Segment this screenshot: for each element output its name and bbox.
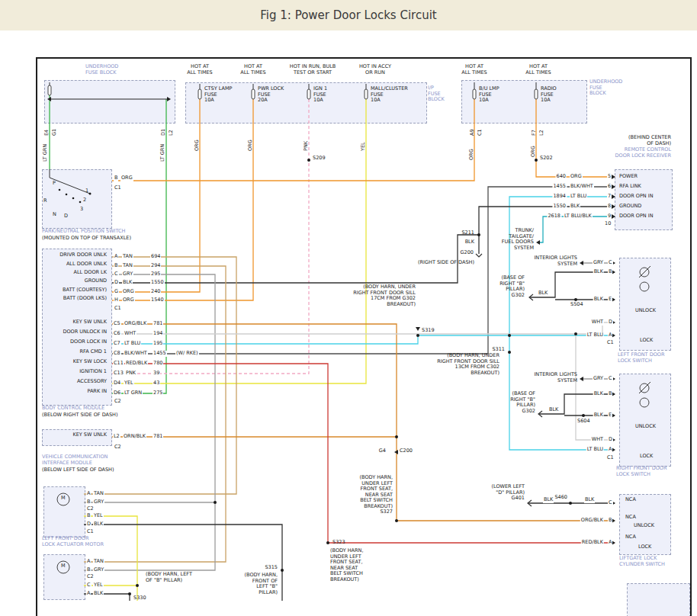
text-label: HOT AT ALL TIMES xyxy=(525,64,551,75)
text-label: 39 xyxy=(153,371,160,377)
text-label: L2 xyxy=(113,434,120,440)
mall-cluster-fuse-label: MALL/CLUSTER FUSE 10A xyxy=(371,86,408,104)
text-label: LT GRN xyxy=(43,144,49,162)
text-label: C1 xyxy=(114,306,121,312)
text-label: L2 xyxy=(539,130,545,136)
text-label: LT BLU xyxy=(586,332,604,338)
text-label: 9 xyxy=(607,213,612,220)
text-label: G4 xyxy=(379,448,386,454)
text-label: A xyxy=(608,447,612,453)
pwr-lock-fuse-label: PWR LOCK FUSE 20A xyxy=(258,86,284,104)
text-label: BLK xyxy=(593,297,604,303)
text-label: A xyxy=(86,591,91,597)
text-label: GROUND xyxy=(85,278,107,284)
underhood-fuse-block-left xyxy=(44,80,175,124)
text-label: RED/BLK xyxy=(581,540,604,546)
text-label: 1550 xyxy=(552,204,567,210)
text-label: LT BLU/BLK xyxy=(564,213,593,220)
text-label: BLK xyxy=(93,591,104,597)
text-label: DOOR UNLOCK IN xyxy=(63,329,107,335)
text-label: POWER xyxy=(619,174,638,180)
text-label: BLK xyxy=(593,412,604,419)
connector-c200-label: C200 xyxy=(400,448,413,454)
text-label: GRY xyxy=(93,499,104,505)
text-label: 640 xyxy=(556,174,567,180)
title-bar: Fig 1: Power Door Locks Circuit xyxy=(0,0,697,30)
text-label: B xyxy=(114,263,118,269)
text-label: 1550 xyxy=(150,280,165,286)
text-label: 781 xyxy=(153,434,163,440)
text-label: NCA xyxy=(625,515,636,521)
text-label: D xyxy=(64,213,68,220)
text-label: UNLOCK xyxy=(635,308,656,314)
text-label: E xyxy=(608,412,612,419)
splice-s330: S330 xyxy=(133,595,146,602)
text-label: BLK xyxy=(538,290,548,297)
splice-s315: S315 xyxy=(265,565,278,571)
text-label: LOCK xyxy=(640,454,653,460)
text-label: (MOUNTED ON TOP OF TRANSAXLE) xyxy=(42,236,131,242)
liftgate-switch-label: LIFTGATE LOCK CYLINDER SWITCH xyxy=(619,556,665,567)
text-label: RED/BLK xyxy=(125,361,148,367)
text-label: ORG xyxy=(248,140,254,151)
text-label: ORG xyxy=(122,297,135,303)
text-label: NCA xyxy=(625,497,636,503)
text-label: (BODY HARN, UNDER RIGHT FRONT DOOR SILL … xyxy=(353,284,416,307)
text-label: 1540 xyxy=(150,297,165,303)
text-label: ACCESSORY xyxy=(77,379,107,385)
text-label: GRY xyxy=(593,376,604,382)
text-label: F7 xyxy=(532,130,538,136)
text-label: B xyxy=(86,499,91,505)
text-label: C1 xyxy=(607,340,614,346)
text-label: WHT xyxy=(124,331,137,337)
text-label: UNLOCK xyxy=(635,424,656,430)
text-label: R xyxy=(43,198,47,204)
text-label: 294 xyxy=(150,263,161,269)
text-label: 1 xyxy=(85,188,88,194)
text-label: A xyxy=(86,559,91,565)
pnp-switch-label: PARK/NEUTRAL POSITION SWITCH xyxy=(42,229,126,235)
text-label: ORG/BLK xyxy=(124,321,147,327)
text-label: C2 xyxy=(87,506,94,512)
text-label: D xyxy=(608,319,613,326)
text-label: (BODY HARN, FRONT OF LEFT "B" PILLAR) xyxy=(245,573,278,595)
rf-door-switch-label: RIGHT FRONT DOOR LOCK SWITCH xyxy=(616,466,666,477)
text-label: C2 xyxy=(114,399,121,405)
splice-s460: S460 xyxy=(554,495,567,501)
text-label: A xyxy=(114,254,118,260)
ctsy-lamp-fuse-label: CTSY LAMP FUSE 10A xyxy=(204,86,232,104)
text-label: HOT AT ALL TIMES xyxy=(187,64,212,75)
text-label: BLK xyxy=(593,269,604,275)
partial-box-bottom-right xyxy=(627,583,690,616)
ground-g302-upper-label: (BASE OF RIGHT "B" PILLAR) G302 xyxy=(499,275,525,298)
text-label: DRIVR DOOR UNLK xyxy=(59,252,107,258)
ign1-fuse-label: IGN 1 FUSE 10A xyxy=(313,86,327,104)
splice-s504: S504 xyxy=(570,302,583,308)
text-label: C7 xyxy=(113,341,121,347)
text-label: 2618 xyxy=(547,213,561,220)
vcim-label: VEHICLE COMMUNICATION INTERFACE MODULE xyxy=(42,454,108,466)
text-label: GROUND xyxy=(619,204,641,210)
text-label: LT GRN xyxy=(124,390,143,396)
text-label: 295 xyxy=(150,271,161,278)
text-label: LOCK xyxy=(638,544,651,550)
text-label: BATT (DOOR LKS) xyxy=(63,296,107,302)
text-label: C xyxy=(608,260,613,266)
door-lock-actuator-motor-2 xyxy=(43,554,85,600)
text-label: C xyxy=(114,271,119,278)
splice-s319: S319 xyxy=(422,328,435,334)
text-label: LOCK xyxy=(640,338,653,344)
text-label: HOT IN RUN, BULB TEST OR START xyxy=(290,64,336,75)
text-label: D6 xyxy=(113,390,121,396)
text-label: L2 xyxy=(169,130,175,136)
text-label: G xyxy=(114,289,119,295)
text-label: A xyxy=(86,491,91,497)
text-label: ORG xyxy=(120,175,133,181)
text-label: ORG xyxy=(531,146,537,157)
text-label: WHT xyxy=(591,437,604,443)
interior-lights-label-1: INTERIOR LIGHTS SYSTEM xyxy=(534,255,577,267)
text-label: TAN xyxy=(122,263,133,269)
text-label: 195 xyxy=(153,341,163,347)
text-label: C1 xyxy=(607,455,614,461)
text-label: LT BLU xyxy=(570,194,587,200)
